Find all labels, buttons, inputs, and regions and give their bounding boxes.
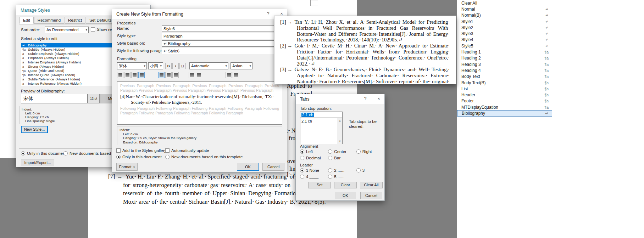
- style-based-on-dropdown[interactable]: ↵ Bibliography▾: [162, 40, 284, 47]
- align-justify-button[interactable]: [138, 72, 145, 78]
- style-type-mark-icon: a: [22, 64, 28, 69]
- following-paragraph-dropdown[interactable]: ↵ Style6▾: [162, 48, 284, 54]
- alignment-radio[interactable]: Decimal: [300, 156, 327, 160]
- style-item[interactable]: Clear All: [457, 0, 552, 6]
- italic-button[interactable]: I: [172, 63, 179, 69]
- style-item[interactable]: Style4 ↵: [457, 37, 552, 43]
- font-name-dropdown[interactable]: 宋体▾: [117, 62, 147, 69]
- radio-icon: [21, 151, 25, 155]
- style-item[interactable]: Body Text ¶a: [457, 74, 552, 80]
- alignment-radio[interactable]: Right: [356, 149, 383, 154]
- style-item[interactable]: Heading 2 ¶a: [457, 55, 552, 61]
- alignment-radio[interactable]: Bar: [328, 156, 355, 160]
- leader-radio[interactable]: 2 ......: [328, 168, 355, 172]
- style-type-mark-icon: ¶a: [545, 68, 549, 73]
- space-after-icon: [197, 73, 201, 77]
- format-menu-button[interactable]: Format▾: [116, 163, 138, 171]
- tab-stop-list[interactable]: 2.1 ch ▲ ▼: [300, 118, 343, 144]
- style-type-mark-icon: ¶a: [545, 62, 549, 67]
- increase-space-after-button[interactable]: [196, 72, 202, 78]
- style-type-dropdown[interactable]: Paragraph▾: [162, 33, 284, 39]
- dialog-tab[interactable]: Restrict: [65, 17, 85, 24]
- styles-pane: Clear All Normal ↵ Normal(B) ↵ Style1 ↵: [457, 0, 644, 238]
- scroll-up-arrow-icon[interactable]: ▲: [337, 118, 343, 123]
- help-button[interactable]: ?: [360, 94, 371, 103]
- style-item[interactable]: MTDisplayEquation ¶a: [457, 104, 552, 110]
- style-item[interactable]: List ¶a: [457, 86, 552, 92]
- style-type-mark-icon: a: [22, 52, 28, 56]
- tab-stop-item[interactable]: 2.1 ch: [301, 119, 312, 123]
- cancel-button[interactable]: Cancel: [360, 192, 382, 199]
- underline-button[interactable]: U: [179, 63, 186, 69]
- style-item[interactable]: Footer ¶a: [457, 98, 552, 104]
- radio-icon: [356, 149, 361, 154]
- checkbox-icon: [116, 148, 121, 153]
- align-right-button[interactable]: [131, 72, 138, 78]
- font-size-dropdown[interactable]: 小四▾: [148, 62, 163, 69]
- only-in-document-radio[interactable]: Only in this document: [116, 155, 162, 159]
- sort-order-dropdown[interactable]: As Recommended▾: [45, 27, 89, 33]
- new-documents-radio[interactable]: New documents based on this template: [165, 155, 243, 159]
- style-item[interactable]: Normal ↵: [457, 6, 552, 12]
- close-button[interactable]: ×: [373, 94, 384, 103]
- tab-stop-position-input[interactable]: 2.1 ch: [300, 112, 343, 118]
- style-item[interactable]: Style2 ↵: [457, 24, 552, 30]
- style-item[interactable]: Style5 ↵: [457, 43, 552, 49]
- dialog-tab[interactable]: Recommend: [34, 17, 64, 24]
- leader-radio[interactable]: 4 ____: [300, 175, 327, 179]
- style-item[interactable]: Body Text(B) ¶a: [457, 80, 552, 86]
- line-spacing-single-icon: [160, 73, 163, 77]
- line-spacing-single-button[interactable]: [158, 72, 165, 78]
- help-button[interactable]: ?: [262, 9, 274, 18]
- cancel-button[interactable]: Cancel: [262, 163, 284, 171]
- align-center-button[interactable]: [124, 72, 131, 78]
- ok-button[interactable]: OK: [335, 192, 356, 199]
- clear-button[interactable]: Clear: [334, 182, 357, 188]
- dialog-titlebar[interactable]: Tabs: [296, 94, 384, 104]
- clear-all-button[interactable]: Clear All: [360, 182, 383, 188]
- alignment-options: Left Center Right Decimal Bar: [300, 149, 384, 162]
- font-color-dropdown[interactable]: Automatic▾: [189, 62, 228, 69]
- name-input[interactable]: Style6: [162, 26, 284, 32]
- leader-radio[interactable]: 5 ......: [328, 175, 355, 179]
- script-dropdown[interactable]: Asian▾: [231, 62, 252, 69]
- add-to-gallery-checkbox[interactable]: Add to the Styles gallery: [116, 148, 166, 153]
- leader-radio[interactable]: 1 None: [300, 168, 327, 172]
- decrease-indent-button[interactable]: [226, 72, 232, 78]
- style-type-mark-icon: a: [22, 56, 28, 60]
- style-item[interactable]: Style1 ↵: [457, 18, 552, 24]
- only-in-document-radio[interactable]: Only in this document: [21, 151, 66, 155]
- style-item[interactable]: Header ¶a: [457, 92, 552, 98]
- increase-indent-button[interactable]: [233, 72, 239, 78]
- new-style-button[interactable]: New Style...: [21, 126, 48, 133]
- line-spacing-1-5-button[interactable]: [165, 72, 172, 78]
- line-spacing-double-button[interactable]: [172, 72, 179, 78]
- radio-icon: [356, 168, 361, 172]
- increase-space-before-button[interactable]: [189, 72, 195, 78]
- alignment-radio[interactable]: Left: [300, 149, 327, 154]
- style-list-item-label: Subtle Emphasis: [28, 52, 53, 56]
- alignment-radio[interactable]: Center: [328, 149, 355, 154]
- style-item[interactable]: Normal(B) ↵: [457, 12, 552, 18]
- style-item[interactable]: Style3 ↵: [457, 30, 552, 36]
- set-button[interactable]: Set: [308, 182, 331, 188]
- bold-button[interactable]: B: [165, 63, 172, 69]
- dialog-tab[interactable]: Set Defaults: [86, 17, 115, 24]
- import-export-button[interactable]: Import/Export...: [21, 159, 54, 166]
- line-spacing-double-icon: [174, 73, 178, 77]
- leader-radio[interactable]: 3 ------: [356, 168, 383, 172]
- auto-update-checkbox[interactable]: Automatically update: [165, 148, 209, 153]
- reference-entry: [3]→Galvis· N· E· B.· Geomechanics,· Flu…: [280, 67, 450, 84]
- align-left-button[interactable]: [117, 72, 123, 78]
- style-item[interactable]: Heading 3 ¶a: [457, 61, 552, 67]
- style-item[interactable]: Bibliography ↵: [457, 110, 552, 116]
- style-item[interactable]: Heading 1 ¶a: [457, 49, 552, 55]
- style-item[interactable]: Heading 4 ¶a: [457, 67, 552, 73]
- scrollbar[interactable]: ▲ ▼: [337, 118, 342, 144]
- dialog-tab[interactable]: Edit: [20, 17, 34, 24]
- radio-icon: [300, 149, 304, 154]
- ok-button[interactable]: OK: [237, 163, 259, 171]
- name-label: Name:: [117, 26, 129, 30]
- dialog-titlebar[interactable]: Create New Style from Formatting: [112, 9, 287, 19]
- scroll-down-arrow-icon[interactable]: ▼: [337, 139, 343, 144]
